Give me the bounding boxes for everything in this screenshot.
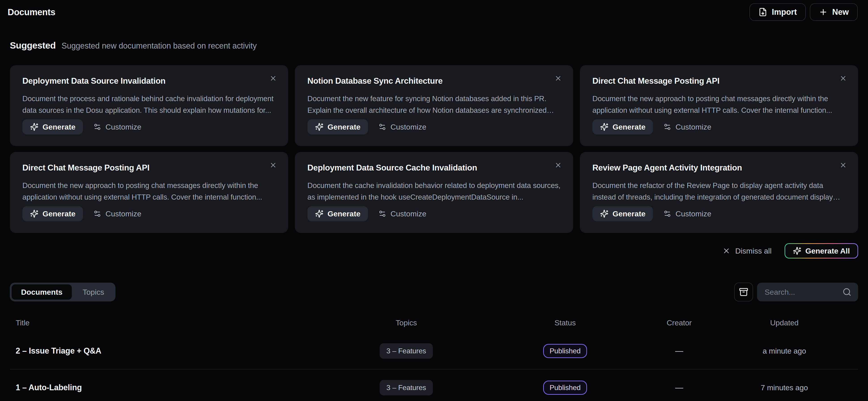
x-icon <box>722 247 731 255</box>
suggested-section-header: Suggested Suggested new documentation ba… <box>10 40 858 51</box>
creator-cell: — <box>648 346 711 356</box>
customize-button[interactable]: Customize <box>93 123 142 131</box>
sliders-icon <box>663 123 671 131</box>
suggestion-cards-grid: Deployment Data Source Invalidation Docu… <box>10 65 858 233</box>
toolbar-right <box>734 283 858 301</box>
generate-button[interactable]: Generate <box>307 119 368 134</box>
customize-label: Customize <box>105 123 142 131</box>
list-toolbar: Documents Topics <box>10 283 858 301</box>
suggested-footer: Dismiss all Generate All <box>10 243 858 258</box>
card-title: Deployment Data Source Invalidation <box>22 76 276 86</box>
import-button[interactable]: Import <box>749 3 806 21</box>
column-header-topics: Topics <box>330 318 482 327</box>
tab-group: Documents Topics <box>10 283 116 301</box>
close-icon[interactable] <box>554 161 562 169</box>
customize-label: Customize <box>391 123 426 131</box>
status-badge: Published <box>543 381 587 395</box>
topic-badge: 3 – Features <box>380 380 433 395</box>
search-icon <box>842 287 851 297</box>
close-icon[interactable] <box>839 74 847 82</box>
sliders-icon <box>93 123 101 131</box>
close-icon[interactable] <box>554 74 562 82</box>
customize-button[interactable]: Customize <box>378 210 426 218</box>
sparkles-icon <box>30 123 38 131</box>
card-title: Review Page Agent Activity Integration <box>592 163 846 173</box>
card-title: Deployment Data Source Cache Invalidatio… <box>307 163 561 173</box>
suggestion-card: Deployment Data Source Invalidation Docu… <box>10 65 288 146</box>
card-description: Document the new approach to posting cha… <box>592 93 846 116</box>
card-description: Document the process and rationale behin… <box>22 93 276 116</box>
customize-label: Customize <box>105 210 142 218</box>
close-icon[interactable] <box>269 161 277 169</box>
suggestion-card: Review Page Agent Activity Integration D… <box>580 152 858 233</box>
topbar: Documents Import New <box>0 0 868 21</box>
sparkles-icon <box>600 123 609 131</box>
document-title: 2 – Issue Triage + Q&A <box>10 346 330 356</box>
tab-documents-label: Documents <box>21 288 62 297</box>
sliders-icon <box>93 210 101 218</box>
archive-icon <box>739 287 748 297</box>
topbar-actions: Import New <box>749 3 858 21</box>
generate-label: Generate <box>613 210 645 218</box>
updated-cell: 7 minutes ago <box>711 383 858 392</box>
card-title: Direct Chat Message Posting API <box>22 163 276 173</box>
generate-label: Generate <box>613 123 645 131</box>
card-title: Notion Database Sync Architecture <box>307 76 561 86</box>
suggestion-card: Deployment Data Source Cache Invalidatio… <box>295 152 573 233</box>
customize-button[interactable]: Customize <box>663 123 711 131</box>
generate-button[interactable]: Generate <box>592 206 653 221</box>
generate-label: Generate <box>328 123 361 131</box>
customize-button[interactable]: Customize <box>378 123 426 131</box>
table-header: Title Topics Status Creator Updated <box>10 313 858 333</box>
plus-icon <box>819 8 828 17</box>
suggested-heading: Suggested <box>10 40 56 51</box>
generate-label: Generate <box>328 210 361 218</box>
generate-button[interactable]: Generate <box>592 119 653 134</box>
sliders-icon <box>378 123 386 131</box>
documents-table: Title Topics Status Creator Updated 2 – … <box>10 313 858 401</box>
card-title: Direct Chat Message Posting API <box>592 76 846 86</box>
status-badge: Published <box>543 344 587 358</box>
sparkles-icon <box>600 210 609 218</box>
customize-label: Customize <box>675 210 711 218</box>
column-header-updated: Updated <box>711 318 858 327</box>
new-label: New <box>832 7 849 17</box>
generate-label: Generate <box>42 123 75 131</box>
generate-all-label: Generate All <box>805 247 850 255</box>
generate-label: Generate <box>42 210 75 218</box>
generate-button[interactable]: Generate <box>22 206 83 221</box>
close-icon[interactable] <box>269 74 277 82</box>
import-label: Import <box>772 7 797 17</box>
creator-cell: — <box>648 383 711 392</box>
generate-button[interactable]: Generate <box>307 206 368 221</box>
column-header-status: Status <box>482 318 648 327</box>
tab-documents[interactable]: Documents <box>12 284 72 300</box>
document-title: 1 – Auto-Labeling <box>10 383 330 392</box>
archive-button[interactable] <box>734 283 753 301</box>
customize-button[interactable]: Customize <box>93 210 142 218</box>
column-header-creator: Creator <box>648 318 711 327</box>
generate-button[interactable]: Generate <box>22 119 83 134</box>
new-button[interactable]: New <box>810 3 858 21</box>
table-row[interactable]: 1 – Auto-Labeling 3 – Features Published… <box>10 369 858 401</box>
close-icon[interactable] <box>839 161 847 169</box>
dismiss-all-button[interactable]: Dismiss all <box>722 247 772 255</box>
dismiss-all-label: Dismiss all <box>735 247 772 255</box>
card-actions: Generate Customize <box>307 206 561 221</box>
card-actions: Generate Customize <box>307 119 561 134</box>
card-description: Document the new feature for syncing Not… <box>307 93 561 116</box>
topic-badge: 3 – Features <box>380 343 433 359</box>
tab-topics[interactable]: Topics <box>73 284 114 300</box>
suggestion-card: Direct Chat Message Posting API Document… <box>10 152 288 233</box>
sparkles-icon <box>30 210 38 218</box>
suggested-subheading: Suggested new documentation based on rec… <box>62 41 257 51</box>
card-actions: Generate Customize <box>22 206 276 221</box>
table-row[interactable]: 2 – Issue Triage + Q&A 3 – Features Publ… <box>10 333 858 369</box>
card-actions: Generate Customize <box>592 206 846 221</box>
generate-all-button[interactable]: Generate All <box>784 243 858 258</box>
sparkles-icon <box>315 210 323 218</box>
customize-button[interactable]: Customize <box>663 210 711 218</box>
page-title: Documents <box>8 7 55 17</box>
updated-cell: a minute ago <box>711 347 858 356</box>
card-actions: Generate Customize <box>592 119 846 134</box>
